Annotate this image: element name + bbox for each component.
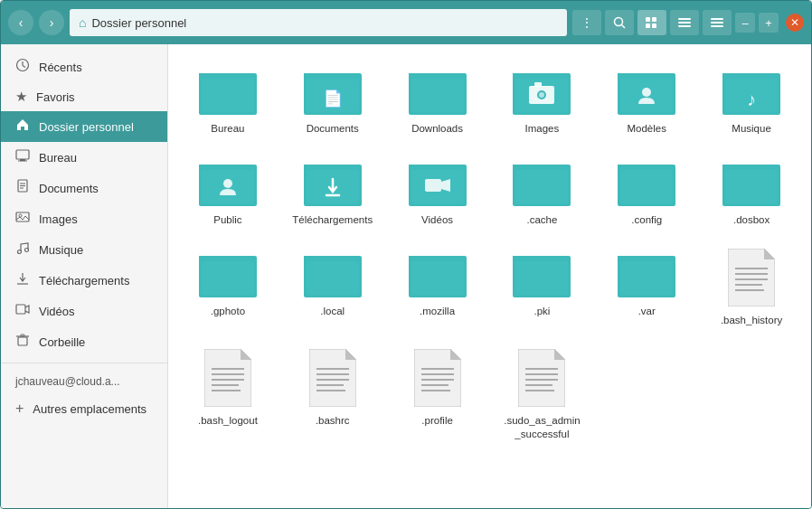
search-icon: [613, 16, 626, 29]
sidebar-other-places[interactable]: + Autres emplacements: [1, 394, 167, 423]
file-icon-images: [513, 66, 571, 118]
svg-rect-7: [678, 22, 691, 24]
svg-rect-4: [646, 24, 650, 28]
svg-point-23: [19, 214, 22, 217]
svg-rect-88: [515, 261, 568, 295]
file-item-public[interactable]: Public: [179, 150, 277, 234]
sidebar-item-home[interactable]: Dossier personnel: [1, 111, 167, 142]
file-label-videos: Vidéos: [421, 213, 453, 227]
file-label-bash_logout: .bash_logout: [198, 414, 258, 428]
svg-rect-28: [18, 337, 27, 345]
file-item-profile[interactable]: .profile: [389, 342, 486, 448]
svg-line-14: [23, 66, 25, 68]
file-item-bureau[interactable]: Bureau: [179, 59, 277, 143]
view-toggle-3-button[interactable]: [703, 10, 732, 35]
sidebar-item-music[interactable]: Musique: [1, 234, 167, 265]
file-item-telechargements[interactable]: Téléchargements: [284, 150, 382, 234]
file-item-pki[interactable]: .pki: [494, 241, 591, 335]
file-item-sudo[interactable]: .sudo_as_admin_successful: [494, 342, 591, 448]
sidebar-item-trash[interactable]: Corbeille: [1, 326, 167, 357]
file-item-documents[interactable]: 📄 Documents: [284, 59, 382, 143]
svg-line-1: [622, 25, 626, 29]
file-icon-var: [618, 249, 675, 301]
file-icon-documents: 📄: [304, 66, 362, 118]
view-toggle-1-button[interactable]: [637, 10, 666, 35]
file-icon-config: [618, 157, 675, 210]
downloads-label: Téléchargements: [39, 274, 129, 287]
back-button[interactable]: ‹: [8, 10, 33, 35]
favorites-label: Favoris: [36, 90, 75, 104]
sidebar-email[interactable]: jchauveau@cloud.a...: [1, 369, 167, 394]
svg-rect-67: [425, 179, 441, 192]
file-label-sudo: .sudo_as_admin_successful: [501, 414, 582, 441]
svg-point-24: [18, 250, 22, 254]
search-button[interactable]: [605, 10, 634, 35]
file-label-local: .local: [320, 305, 345, 318]
images-label: Images: [39, 212, 78, 226]
file-icon-public: [199, 157, 257, 210]
file-item-images[interactable]: Images: [494, 59, 591, 143]
forward-button[interactable]: ›: [39, 10, 64, 35]
close-button[interactable]: ✕: [786, 14, 804, 32]
file-item-modeles[interactable]: Modèles: [598, 59, 695, 143]
toolbar: ‹ › ⌂ Dossier personnel ⋮: [1, 1, 811, 44]
file-item-gphoto[interactable]: .gphoto: [179, 241, 277, 335]
documents-label: Documents: [39, 182, 99, 195]
sidebar-item-recents[interactable]: Récents: [1, 52, 167, 82]
add-icon: +: [15, 401, 24, 417]
svg-rect-11: [711, 25, 723, 27]
svg-text:♪: ♪: [747, 90, 756, 109]
file-item-mozilla[interactable]: .mozilla: [389, 241, 486, 335]
file-label-public: Public: [213, 213, 241, 227]
videos-label: Vidéos: [39, 305, 75, 318]
svg-marker-114: [450, 349, 461, 360]
file-item-dosbox[interactable]: .dosbox: [703, 150, 800, 234]
view-toggle-2-button[interactable]: [670, 10, 699, 35]
videos-icon: [15, 302, 30, 320]
music-label: Musique: [39, 243, 83, 257]
recents-icon: [15, 58, 30, 76]
music-icon: [15, 240, 30, 259]
sidebar-item-desktop[interactable]: Bureau: [1, 142, 167, 173]
sidebar-separator: [1, 363, 167, 363]
file-icon-videos: [409, 157, 467, 210]
file-item-var[interactable]: .var: [598, 241, 695, 335]
file-icon-cache: [513, 157, 571, 210]
sidebar-item-videos[interactable]: Vidéos: [1, 296, 167, 326]
sidebar-item-downloads[interactable]: Téléchargements: [1, 265, 167, 296]
file-icon-profile: [414, 349, 461, 410]
file-icon-pki: [513, 249, 571, 301]
file-item-cache[interactable]: .cache: [494, 150, 591, 234]
file-item-bash_history[interactable]: .bash_history: [703, 241, 800, 335]
file-label-profile: .profile: [421, 414, 453, 428]
sidebar-item-favorites[interactable]: ★ Favoris: [1, 82, 167, 111]
file-item-videos[interactable]: Vidéos: [389, 150, 486, 234]
file-item-musique[interactable]: ♪ Musique: [703, 59, 800, 143]
sidebar: Récents ★ Favoris Dossier personnel Bure…: [1, 44, 168, 508]
svg-point-0: [615, 18, 623, 26]
sidebar-item-documents[interactable]: Documents: [1, 173, 167, 203]
desktop-icon: [15, 148, 30, 166]
maximize-button[interactable]: +: [759, 13, 779, 33]
sidebar-item-images[interactable]: Images: [1, 203, 167, 234]
file-icon-bash_logout: [204, 349, 251, 410]
file-item-local[interactable]: .local: [284, 241, 382, 335]
file-icon-telechargements: [304, 157, 362, 210]
menu-dots-button[interactable]: ⋮: [572, 10, 601, 35]
svg-rect-2: [646, 17, 650, 22]
svg-rect-73: [620, 170, 673, 203]
file-icon-mozilla: [409, 249, 467, 301]
minimize-button[interactable]: –: [735, 13, 755, 33]
file-item-bashrc[interactable]: .bashrc: [284, 342, 382, 448]
file-item-config[interactable]: .config: [598, 150, 695, 234]
file-label-dosbox: .dosbox: [733, 213, 770, 227]
desktop-label: Bureau: [39, 151, 77, 165]
home-address-icon: ⌂: [79, 15, 86, 30]
svg-rect-8: [678, 25, 691, 27]
svg-rect-10: [711, 22, 723, 24]
other-places-label: Autres emplacements: [33, 402, 146, 416]
file-item-bash_logout[interactable]: .bash_logout: [179, 342, 277, 448]
file-item-downloads[interactable]: Downloads: [389, 59, 486, 143]
svg-rect-15: [16, 150, 29, 159]
svg-marker-121: [554, 349, 565, 360]
